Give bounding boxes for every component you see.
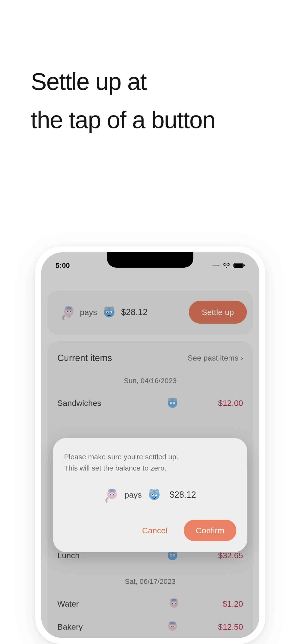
phone-screen: 5:00 (41, 252, 259, 638)
promo-headline: Settle up at the tap of a button (31, 62, 215, 139)
svg-rect-3 (244, 264, 245, 266)
wifi-icon (223, 263, 230, 268)
sheet-amount: $28.12 (170, 490, 196, 500)
svg-rect-2 (234, 264, 243, 267)
svg-point-61 (152, 494, 153, 496)
status-time: 5:00 (55, 262, 70, 270)
svg-point-63 (156, 494, 157, 496)
sheet-message: Please make sure you're settled up. This… (64, 452, 236, 474)
status-right (213, 263, 245, 268)
sheet-actions: Cancel Confirm (64, 520, 236, 541)
svg-point-0 (226, 267, 227, 268)
confirm-button[interactable]: Confirm (184, 520, 236, 541)
headline-line1: Settle up at (31, 62, 215, 100)
avatar-payee-blue (146, 487, 162, 502)
more-dots-icon (213, 265, 220, 266)
svg-point-54 (110, 494, 111, 495)
phone-frame: 5:00 (35, 246, 265, 644)
avatar-payer-pink (104, 487, 120, 502)
svg-point-56 (113, 494, 114, 495)
battery-icon (233, 263, 245, 268)
pays-label: pays (124, 490, 142, 500)
headline-line2: the tap of a button (31, 100, 215, 139)
cancel-button[interactable]: Cancel (136, 521, 173, 540)
sheet-message-line2: This will set the balance to zero. (64, 463, 236, 474)
svg-point-52 (110, 489, 114, 492)
sheet-summary: pays $28.12 (64, 487, 236, 502)
confirm-settle-sheet: Please make sure you're settled up. This… (53, 438, 247, 552)
svg-point-58 (150, 489, 153, 493)
phone-notch (107, 252, 193, 268)
svg-point-59 (155, 489, 159, 493)
sheet-message-line1: Please make sure you're settled up. (64, 452, 236, 463)
